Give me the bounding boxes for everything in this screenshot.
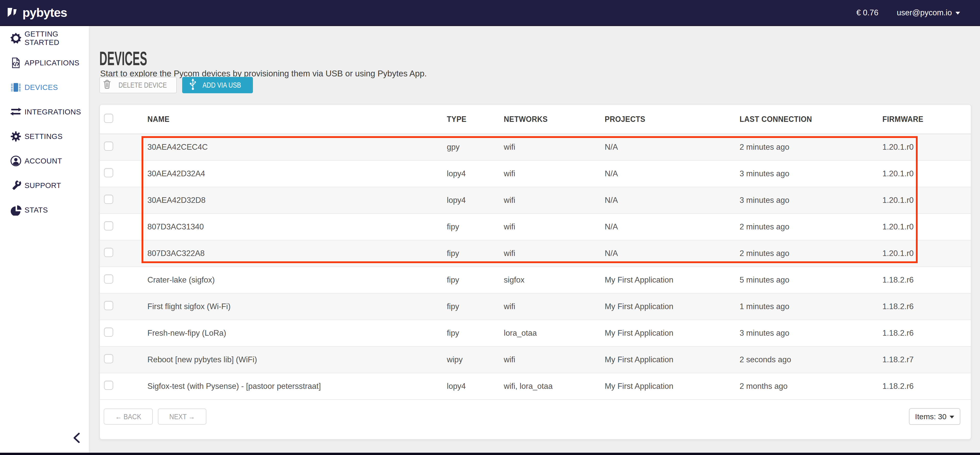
usb-icon [189,78,197,92]
device-projects: My First Application [601,329,736,338]
back-button[interactable]: ← BACK [104,409,153,425]
row-checkbox[interactable] [104,142,113,151]
device-networks: wifi [501,169,601,178]
table-row[interactable]: Sigfox-test (with Pysense) - [pastoor pe… [100,373,971,400]
device-firmware: 1.20.1.r0 [879,249,971,258]
sidebar-item-support[interactable]: SUPPORT [0,173,89,198]
app-topbar: pybytes € 0.76 user@pycom.io [0,0,980,26]
device-name: 30AEA42D32A4 [141,169,445,178]
delete-device-button[interactable]: DELETE DEVICE [99,77,177,93]
account-balance[interactable]: € 0.76 [856,8,878,18]
sidebar-item-label: APPLICATIONS [24,59,80,67]
device-projects: N/A [601,249,736,258]
sidebar-item-stats[interactable]: STATS [0,198,89,222]
device-projects: My First Application [601,302,736,311]
chip-icon [10,82,21,93]
device-last-connection: 2 months ago [736,382,879,391]
device-type: fipy [445,222,501,231]
row-checkbox[interactable] [104,221,113,231]
sidebar-item-label: INTEGRATIONS [24,108,81,116]
table-row[interactable]: Reboot [new pybytes lib] (WiFi) wipy wif… [100,347,971,373]
table-row[interactable]: Fresh-new-fipy (LoRa) fipy lora_otaa My … [100,320,971,347]
device-firmware: 1.20.1.r0 [879,143,971,152]
device-name: Reboot [new pybytes lib] (WiFi) [141,355,445,364]
device-networks: wifi, lora_otaa [501,382,601,391]
device-type: lopy4 [445,169,501,178]
row-checkbox[interactable] [104,301,113,310]
sidebar-item-account[interactable]: ACCOUNT [0,149,89,173]
row-checkbox[interactable] [104,328,113,337]
sidebar-item-label: GETTING STARTED [24,30,89,47]
sidebar-item-applications[interactable]: APPLICATIONS [0,51,89,75]
device-networks: wifi [501,196,601,205]
device-last-connection: 2 minutes ago [736,222,879,231]
device-name: Sigfox-test (with Pysense) - [pastoor pe… [141,382,445,391]
device-type: wipy [445,355,501,364]
device-firmware: 1.18.2.r6 [879,382,971,391]
next-button[interactable]: NEXT → [158,409,207,425]
code-document-icon [10,57,21,68]
collapse-sidebar-button[interactable] [70,431,84,445]
device-last-connection: 2 minutes ago [736,143,879,152]
sun-icon [10,33,21,44]
column-header-type: TYPE [445,115,501,124]
logo-mark-icon [7,6,18,19]
table-body: 30AEA42CEC4C gpy wifi N/A 2 minutes ago … [100,134,971,400]
row-checkbox[interactable] [104,248,113,257]
device-networks: wifi [501,302,601,311]
arrows-swap-icon [10,106,21,118]
device-type: gpy [445,143,501,152]
sidebar-item-integrations[interactable]: INTEGRATIONS [0,100,89,124]
device-name: 807D3AC322A8 [141,249,445,258]
caret-down-icon [956,12,960,14]
device-last-connection: 2 seconds ago [736,355,879,364]
table-row[interactable]: 30AEA42D32D8 lopy4 wifi N/A 3 minutes ag… [100,187,971,214]
wrench-icon [10,180,21,191]
sidebar-item-devices[interactable]: DEVICES [0,75,89,100]
sidebar-item-label: ACCOUNT [24,157,62,165]
row-checkbox[interactable] [104,168,113,177]
table-row[interactable]: 30AEA42D32A4 lopy4 wifi N/A 3 minutes ag… [100,161,971,187]
device-name: First flight sigfox (Wi-Fi) [141,302,445,311]
window-bottom-edge [0,453,980,455]
table-row[interactable]: First flight sigfox (Wi-Fi) fipy wifi My… [100,294,971,320]
device-last-connection: 1 minutes ago [736,302,879,311]
table-row[interactable]: 807D3AC31340 fipy wifi N/A 2 minutes ago… [100,214,971,240]
device-name: 30AEA42D32D8 [141,196,445,205]
device-firmware: 1.18.2.r6 [879,329,971,338]
device-type: fipy [445,302,501,311]
device-networks: wifi [501,143,601,152]
table-header: NAME TYPE NETWORKS PROJECTS LAST CONNECT… [100,105,971,134]
sidebar-item-getting-started[interactable]: GETTING STARTED [0,26,89,51]
device-networks: wifi [501,249,601,258]
device-type: fipy [445,275,501,285]
add-via-usb-button[interactable]: ADD VIA USB [182,77,253,93]
device-last-connection: 3 minutes ago [736,196,879,205]
sidebar: GETTING STARTED APPLICATIONS [0,26,89,453]
sidebar-item-settings[interactable]: SETTINGS [0,124,89,149]
device-last-connection: 3 minutes ago [736,169,879,178]
table-row[interactable]: 807D3AC322A8 fipy wifi N/A 2 minutes ago… [100,240,971,267]
table-row[interactable]: Crater-lake (sigfox) fipy sigfox My Firs… [100,267,971,294]
row-checkbox[interactable] [104,354,113,363]
column-header-name: NAME [141,115,445,124]
page-actions: DELETE DEVICE ADD VIA USB [99,77,253,93]
row-checkbox[interactable] [104,381,113,390]
table-row[interactable]: 30AEA42CEC4C gpy wifi N/A 2 minutes ago … [100,134,971,161]
pybytes-logo[interactable]: pybytes [7,6,67,20]
device-type: lopy4 [445,196,501,205]
chevron-left-icon [72,432,81,445]
device-networks: sigfox [501,275,601,285]
device-networks: wifi [501,355,601,364]
device-projects: N/A [601,143,736,152]
row-checkbox[interactable] [104,195,113,204]
device-last-connection: 3 minutes ago [736,329,879,338]
device-networks: wifi [501,222,601,231]
items-per-page-dropdown[interactable]: Items: 30 [909,408,960,425]
pie-chart-icon [10,204,21,216]
device-projects: N/A [601,222,736,231]
user-menu[interactable]: user@pycom.io [897,8,960,18]
row-checkbox[interactable] [104,274,113,283]
device-firmware: 1.18.2.r6 [879,275,971,285]
select-all-checkbox[interactable] [104,114,113,123]
